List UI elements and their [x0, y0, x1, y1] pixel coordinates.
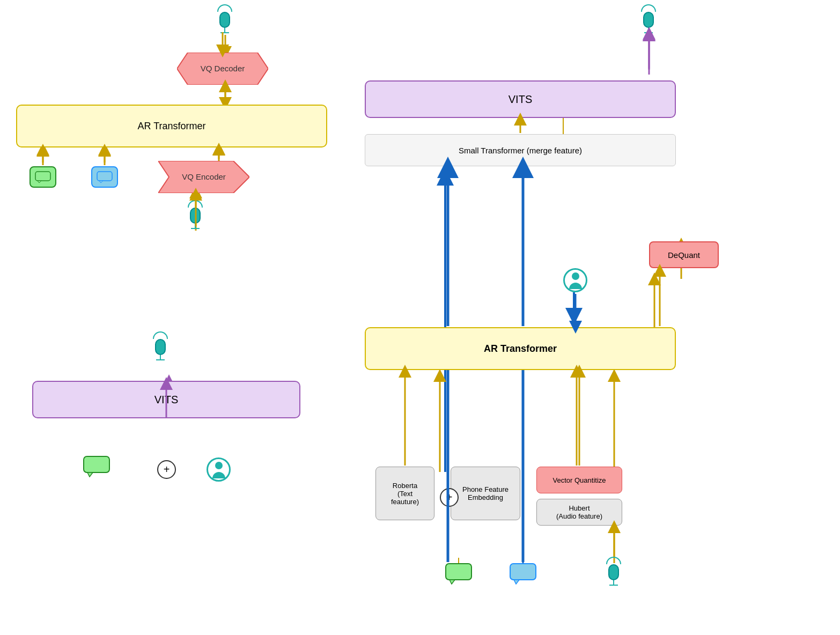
mic-icon-right-top — [641, 5, 656, 33]
svg-text:VQ Encoder: VQ Encoder — [182, 172, 226, 181]
svg-marker-34 — [514, 580, 519, 584]
hubert-block: Hubert(Audio feature) — [536, 499, 622, 526]
svg-rect-27 — [97, 172, 112, 181]
person-icon-left — [207, 457, 231, 482]
chat-bubble-green-bottom-left — [83, 456, 110, 479]
vits-left: VITS — [32, 381, 300, 418]
chat-bubble-blue-left — [91, 166, 118, 188]
svg-rect-31 — [446, 564, 471, 580]
ar-transformer-left: AR Transformer — [16, 105, 327, 147]
person-icon-right — [563, 268, 587, 292]
svg-marker-30 — [87, 472, 93, 477]
svg-rect-29 — [84, 456, 109, 472]
svg-marker-32 — [450, 580, 455, 584]
dequant-block: DeQuant — [649, 241, 719, 268]
ar-transformer-right: AR Transformer — [365, 327, 676, 370]
vector-quantize-block: Vector Quantitize — [536, 467, 622, 493]
mic-icon-top-left — [217, 5, 232, 33]
vq-decoder-block: VQ Decoder — [177, 53, 268, 87]
chat-bubble-green-right-bottom — [445, 563, 472, 587]
plus-circle-left: + — [157, 460, 176, 479]
svg-rect-25 — [35, 172, 50, 181]
mic-icon-vq-encoder — [188, 201, 203, 229]
diagram-container: VQ Decoder AR Transformer VQ Encoder — [0, 0, 840, 635]
mic-icon-right-bottom — [606, 558, 621, 586]
vq-encoder-block: VQ Encoder — [158, 161, 249, 195]
svg-marker-28 — [99, 181, 103, 183]
vits-right: VITS — [365, 80, 676, 118]
svg-marker-26 — [38, 181, 41, 183]
phone-embedding-block: Phone Feature Embedding — [451, 467, 520, 520]
svg-rect-33 — [510, 564, 536, 580]
svg-text:VQ Decoder: VQ Decoder — [201, 64, 245, 73]
plus-circle-right: + — [440, 488, 459, 507]
roberta-block: Roberta(Textfeauture) — [375, 467, 434, 520]
chat-bubble-green-left — [30, 166, 56, 188]
small-transformer: Small Transformer (merge feature) — [365, 134, 676, 166]
chat-bubble-blue-right-bottom — [510, 563, 536, 587]
mic-icon-left-bottom — [153, 333, 168, 360]
